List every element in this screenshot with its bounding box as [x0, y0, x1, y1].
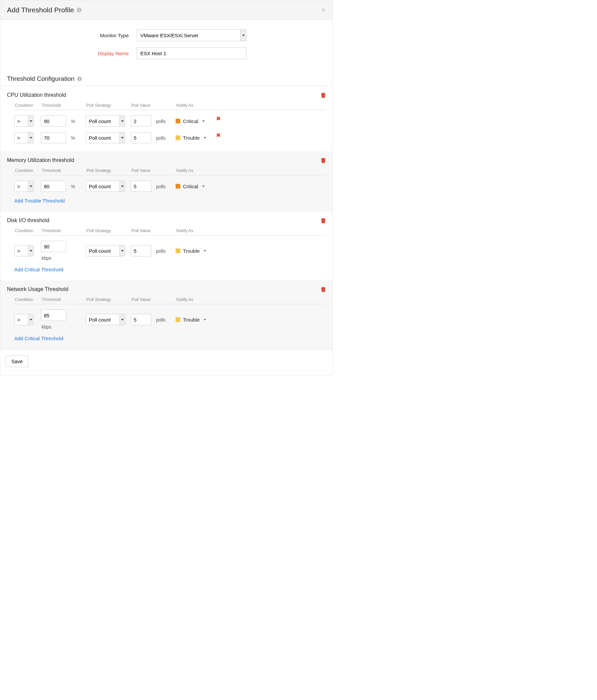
notify-label: Trouble — [183, 317, 200, 323]
display-name-label: Display Name — [7, 51, 137, 56]
col-poll-strategy: Poll Strategy — [86, 228, 131, 233]
poll-value-input[interactable] — [131, 180, 151, 192]
remove-row-icon[interactable]: ✖ — [216, 116, 221, 122]
status-swatch — [176, 317, 180, 322]
notify-label: Critical — [183, 183, 198, 189]
dialog-title: Add Threshold Profile — [7, 6, 74, 14]
col-condition: Condition — [14, 228, 41, 233]
notify-label: Trouble — [183, 135, 200, 141]
network-threshold-block: Network Usage Threshold Condition Thresh… — [0, 280, 332, 349]
col-poll-value: Poll Value — [131, 228, 176, 233]
chevron-down-icon — [202, 120, 205, 122]
threshold-input[interactable] — [41, 241, 66, 252]
col-condition: Condition — [14, 168, 41, 173]
network-threshold-title: Network Usage Threshold — [7, 286, 69, 292]
notify-as-dropdown[interactable]: Trouble — [176, 135, 209, 141]
unit-label: % — [71, 184, 75, 189]
status-swatch — [176, 135, 180, 140]
condition-select[interactable]: > — [14, 245, 33, 256]
chevron-down-icon — [202, 185, 205, 187]
col-condition: Condition — [14, 103, 41, 108]
notify-label: Trouble — [183, 248, 200, 254]
threshold-input[interactable] — [41, 180, 66, 192]
poll-strategy-select[interactable]: Poll count — [86, 245, 125, 256]
threshold-input[interactable] — [41, 309, 66, 321]
col-threshold: Threshold — [41, 297, 86, 302]
poll-value-input[interactable] — [131, 116, 151, 127]
threshold-input[interactable] — [41, 132, 66, 143]
condition-select[interactable]: > — [14, 116, 33, 127]
chevron-down-icon — [203, 250, 206, 252]
col-notify-as: Notify As — [176, 168, 209, 173]
threshold-row: > kbps Poll count — [14, 241, 209, 261]
condition-select[interactable]: > — [14, 132, 33, 143]
col-notify-as: Notify As — [176, 103, 209, 108]
cpu-threshold-block: CPU Utilization threshold Condition Thre… — [0, 86, 332, 151]
dialog-footer: Save — [0, 349, 332, 375]
delete-icon[interactable] — [321, 93, 326, 98]
notify-as-dropdown[interactable]: Trouble — [176, 248, 209, 254]
threshold-row: > % Poll count — [14, 132, 209, 143]
chevron-down-icon — [203, 137, 206, 139]
close-icon[interactable]: × — [321, 6, 326, 14]
unit-label: kbps — [41, 255, 86, 261]
threshold-row: > kbps Poll count — [14, 309, 209, 329]
delete-icon[interactable] — [321, 218, 326, 223]
unit-label: % — [71, 135, 75, 141]
condition-select[interactable]: > — [14, 180, 33, 192]
col-poll-value: Poll Value — [131, 168, 176, 173]
notify-as-dropdown[interactable]: Trouble — [176, 317, 209, 323]
col-notify-as: Notify As — [176, 297, 209, 302]
poll-strategy-select[interactable]: Poll count — [86, 180, 125, 192]
chevron-down-icon — [203, 319, 206, 321]
threshold-input[interactable] — [41, 116, 66, 127]
notify-label: Critical — [183, 118, 198, 124]
disk-threshold-block: Disk I/O threshold Condition Threshold P… — [0, 211, 332, 280]
poll-value-input[interactable] — [131, 132, 151, 143]
info-icon[interactable]: i — [77, 8, 81, 12]
threshold-row: > % Poll count — [14, 116, 209, 127]
status-swatch — [176, 184, 180, 189]
unit-label: polls — [156, 119, 166, 124]
col-poll-value: Poll Value — [131, 103, 176, 108]
unit-label: kbps — [41, 324, 86, 329]
dialog-header: Add Threshold Profile i × — [0, 0, 332, 20]
col-poll-value: Poll Value — [131, 297, 176, 302]
threshold-row: > % Poll count — [14, 180, 209, 192]
poll-strategy-select[interactable]: Poll count — [86, 132, 125, 143]
unit-label: polls — [156, 184, 166, 189]
delete-icon[interactable] — [321, 286, 326, 292]
display-name-input[interactable] — [137, 47, 246, 59]
col-threshold: Threshold — [41, 228, 86, 233]
unit-label: % — [71, 119, 75, 124]
unit-label: polls — [156, 135, 166, 141]
notify-as-dropdown[interactable]: Critical — [176, 118, 209, 124]
poll-strategy-select[interactable]: Poll count — [86, 116, 125, 127]
col-condition: Condition — [14, 297, 41, 302]
poll-value-input[interactable] — [131, 314, 151, 325]
notify-as-dropdown[interactable]: Critical — [176, 183, 209, 189]
delete-icon[interactable] — [321, 158, 326, 163]
condition-select[interactable]: > — [14, 314, 33, 325]
monitor-type-label: Monitor Type — [7, 32, 137, 38]
add-critical-threshold-link[interactable]: Add Critical Threshold — [7, 335, 63, 341]
col-threshold: Threshold — [41, 103, 86, 108]
col-poll-strategy: Poll Strategy — [86, 103, 131, 108]
disk-threshold-title: Disk I/O threshold — [7, 218, 49, 223]
add-trouble-threshold-link[interactable]: Add Trouble Threshold — [7, 198, 65, 203]
info-icon[interactable]: i — [77, 76, 82, 81]
col-notify-as: Notify As — [176, 228, 209, 233]
profile-form: Monitor Type VMware ESX/ESXi Server Disp… — [0, 20, 332, 75]
poll-value-input[interactable] — [131, 245, 151, 256]
monitor-type-select[interactable]: VMware ESX/ESXi Server — [137, 29, 246, 41]
col-poll-strategy: Poll Strategy — [86, 168, 131, 173]
poll-strategy-select[interactable]: Poll count — [86, 314, 125, 325]
memory-threshold-block: Memory Utilization threshold Condition T… — [0, 151, 332, 211]
remove-row-icon[interactable]: ✖ — [216, 132, 221, 138]
unit-label: polls — [156, 317, 166, 323]
memory-threshold-title: Memory Utilization threshold — [7, 157, 74, 163]
add-critical-threshold-link[interactable]: Add Critical Threshold — [7, 267, 63, 272]
save-button[interactable]: Save — [6, 355, 28, 367]
cpu-threshold-title: CPU Utilization threshold — [7, 92, 66, 98]
col-poll-strategy: Poll Strategy — [86, 297, 131, 302]
